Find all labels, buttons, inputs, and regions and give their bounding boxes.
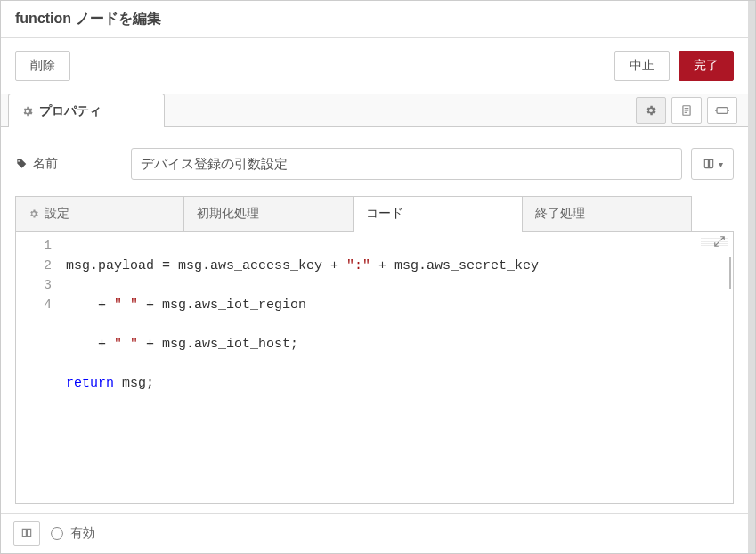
code-gutter: 1 2 3 4: [16, 232, 61, 503]
caret-down-icon: ▾: [719, 159, 723, 169]
dialog-header: function ノードを編集: [1, 1, 748, 38]
library-button[interactable]: ▾: [691, 148, 734, 180]
book-icon: [703, 158, 715, 170]
code-editor[interactable]: 1 2 3 4 msg.payload = msg.aws_access_key…: [15, 232, 734, 504]
enabled-toggle[interactable]: 有効: [51, 525, 95, 542]
dialog-title: function ノードを編集: [15, 11, 161, 26]
tag-icon: [15, 158, 28, 170]
svg-rect-4: [717, 107, 728, 113]
done-button[interactable]: 完了: [679, 51, 734, 81]
enabled-label: 有効: [70, 525, 95, 542]
node-description-button[interactable]: [671, 97, 702, 124]
gear-icon: [645, 104, 657, 117]
gear-icon: [28, 208, 39, 219]
function-tabs: 設定 初期化処理 コード 終了処理: [15, 196, 734, 232]
line-number: 4: [16, 296, 52, 315]
tab-properties-label: プロパティ: [39, 103, 102, 119]
tab-init-label: 初期化処理: [197, 206, 259, 222]
line-number: 3: [16, 276, 52, 296]
dialog-tabs: プロパティ: [1, 94, 748, 127]
document-icon: [680, 104, 693, 117]
name-label: 名前: [15, 156, 122, 172]
node-settings-button[interactable]: [636, 97, 666, 124]
tab-init[interactable]: 初期化処理: [184, 196, 354, 231]
tab-setup-label: 設定: [45, 206, 69, 222]
dialog-actions: 削除 中止 完了: [1, 38, 748, 94]
tab-close-label: 終了処理: [535, 206, 585, 222]
delete-button[interactable]: 削除: [15, 51, 70, 81]
appearance-icon: [715, 104, 729, 117]
expand-editor-button[interactable]: [713, 235, 729, 251]
tab-close[interactable]: 終了処理: [523, 196, 692, 231]
tab-code-label: コード: [366, 206, 403, 222]
name-row: 名前 ▾: [15, 148, 734, 180]
dialog-footer: 有効: [1, 513, 748, 553]
toggle-indicator-icon: [51, 527, 63, 540]
name-label-text: 名前: [33, 156, 58, 172]
editor-scrollbar[interactable]: [729, 257, 731, 289]
node-appearance-button[interactable]: [707, 97, 737, 124]
cancel-button[interactable]: 中止: [614, 51, 670, 81]
dialog-body: 名前 ▾ 設定 初期化処理 コード: [1, 127, 748, 513]
line-number: 1: [16, 237, 52, 257]
tab-setup[interactable]: 設定: [15, 196, 184, 231]
tab-code[interactable]: コード: [354, 196, 523, 231]
tab-properties[interactable]: プロパティ: [8, 94, 165, 127]
code-content[interactable]: msg.payload = msg.aws_access_key + ":" +…: [61, 232, 539, 503]
gear-icon: [21, 105, 34, 118]
line-number: 2: [16, 257, 52, 276]
book-icon: [20, 527, 33, 540]
library-footer-button[interactable]: [13, 521, 40, 546]
name-input[interactable]: [131, 148, 682, 180]
